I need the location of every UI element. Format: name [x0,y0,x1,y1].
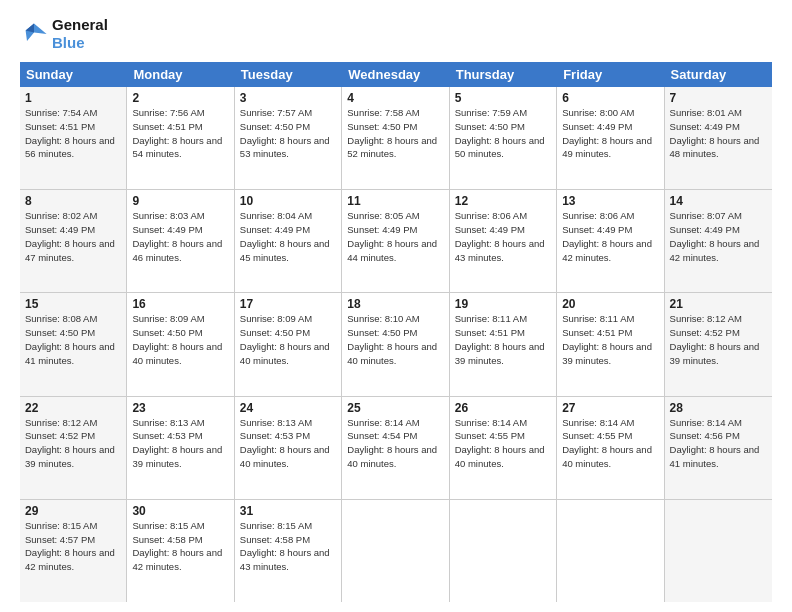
sunset-label: Sunset: 4:50 PM [347,327,417,338]
sunrise-label: Sunrise: 8:04 AM [240,210,312,221]
sunrise-label: Sunrise: 8:12 AM [25,417,97,428]
daylight-label: Daylight: 8 hours and 53 minutes. [240,135,330,160]
day-info: Sunrise: 8:14 AM Sunset: 4:55 PM Dayligh… [562,416,658,471]
daylight-label: Daylight: 8 hours and 40 minutes. [347,444,437,469]
day-number: 13 [562,194,658,208]
logo-text: General Blue [52,16,108,52]
header-day-monday: Monday [127,62,234,87]
daylight-label: Daylight: 8 hours and 43 minutes. [455,238,545,263]
empty-cell [665,500,772,602]
daylight-label: Daylight: 8 hours and 42 minutes. [670,238,760,263]
sunset-label: Sunset: 4:50 PM [240,327,310,338]
sunrise-label: Sunrise: 8:07 AM [670,210,742,221]
daylight-label: Daylight: 8 hours and 40 minutes. [240,444,330,469]
week-row-2: 8 Sunrise: 8:02 AM Sunset: 4:49 PM Dayli… [20,190,772,293]
day-number: 26 [455,401,551,415]
daylight-label: Daylight: 8 hours and 43 minutes. [240,547,330,572]
day-cell-28: 28 Sunrise: 8:14 AM Sunset: 4:56 PM Dayl… [665,397,772,499]
day-cell-13: 13 Sunrise: 8:06 AM Sunset: 4:49 PM Dayl… [557,190,664,292]
sunset-label: Sunset: 4:49 PM [455,224,525,235]
day-info: Sunrise: 8:14 AM Sunset: 4:54 PM Dayligh… [347,416,443,471]
day-cell-18: 18 Sunrise: 8:10 AM Sunset: 4:50 PM Dayl… [342,293,449,395]
day-number: 27 [562,401,658,415]
sunset-label: Sunset: 4:49 PM [240,224,310,235]
sunrise-label: Sunrise: 7:59 AM [455,107,527,118]
day-number: 8 [25,194,121,208]
day-number: 2 [132,91,228,105]
page: General Blue SundayMondayTuesdayWednesda… [0,0,792,612]
sunrise-label: Sunrise: 8:09 AM [132,313,204,324]
day-cell-21: 21 Sunrise: 8:12 AM Sunset: 4:52 PM Dayl… [665,293,772,395]
sunrise-label: Sunrise: 8:14 AM [562,417,634,428]
day-cell-20: 20 Sunrise: 8:11 AM Sunset: 4:51 PM Dayl… [557,293,664,395]
sunset-label: Sunset: 4:50 PM [240,121,310,132]
sunrise-label: Sunrise: 8:09 AM [240,313,312,324]
day-cell-16: 16 Sunrise: 8:09 AM Sunset: 4:50 PM Dayl… [127,293,234,395]
sunset-label: Sunset: 4:49 PM [25,224,95,235]
day-cell-25: 25 Sunrise: 8:14 AM Sunset: 4:54 PM Dayl… [342,397,449,499]
sunset-label: Sunset: 4:49 PM [562,224,632,235]
day-cell-26: 26 Sunrise: 8:14 AM Sunset: 4:55 PM Dayl… [450,397,557,499]
day-info: Sunrise: 7:59 AM Sunset: 4:50 PM Dayligh… [455,106,551,161]
day-cell-4: 4 Sunrise: 7:58 AM Sunset: 4:50 PM Dayli… [342,87,449,189]
daylight-label: Daylight: 8 hours and 41 minutes. [25,341,115,366]
sunrise-label: Sunrise: 7:54 AM [25,107,97,118]
sunrise-label: Sunrise: 8:15 AM [132,520,204,531]
daylight-label: Daylight: 8 hours and 42 minutes. [25,547,115,572]
day-number: 15 [25,297,121,311]
day-cell-8: 8 Sunrise: 8:02 AM Sunset: 4:49 PM Dayli… [20,190,127,292]
day-info: Sunrise: 8:13 AM Sunset: 4:53 PM Dayligh… [240,416,336,471]
sunset-label: Sunset: 4:53 PM [132,430,202,441]
sunrise-label: Sunrise: 8:10 AM [347,313,419,324]
daylight-label: Daylight: 8 hours and 44 minutes. [347,238,437,263]
daylight-label: Daylight: 8 hours and 41 minutes. [670,444,760,469]
day-info: Sunrise: 8:07 AM Sunset: 4:49 PM Dayligh… [670,209,767,264]
calendar-body: 1 Sunrise: 7:54 AM Sunset: 4:51 PM Dayli… [20,87,772,602]
sunset-label: Sunset: 4:50 PM [455,121,525,132]
day-cell-7: 7 Sunrise: 8:01 AM Sunset: 4:49 PM Dayli… [665,87,772,189]
day-number: 17 [240,297,336,311]
day-number: 30 [132,504,228,518]
day-number: 16 [132,297,228,311]
day-cell-11: 11 Sunrise: 8:05 AM Sunset: 4:49 PM Dayl… [342,190,449,292]
day-number: 11 [347,194,443,208]
day-number: 23 [132,401,228,415]
daylight-label: Daylight: 8 hours and 56 minutes. [25,135,115,160]
header-day-friday: Friday [557,62,664,87]
daylight-label: Daylight: 8 hours and 39 minutes. [132,444,222,469]
day-info: Sunrise: 8:13 AM Sunset: 4:53 PM Dayligh… [132,416,228,471]
sunset-label: Sunset: 4:50 PM [25,327,95,338]
day-number: 9 [132,194,228,208]
day-number: 19 [455,297,551,311]
day-info: Sunrise: 8:08 AM Sunset: 4:50 PM Dayligh… [25,312,121,367]
day-info: Sunrise: 8:12 AM Sunset: 4:52 PM Dayligh… [25,416,121,471]
day-number: 3 [240,91,336,105]
sunset-label: Sunset: 4:52 PM [25,430,95,441]
day-cell-14: 14 Sunrise: 8:07 AM Sunset: 4:49 PM Dayl… [665,190,772,292]
day-number: 24 [240,401,336,415]
logo-icon [20,20,48,48]
day-number: 25 [347,401,443,415]
day-number: 14 [670,194,767,208]
sunrise-label: Sunrise: 8:05 AM [347,210,419,221]
header-day-tuesday: Tuesday [235,62,342,87]
day-cell-5: 5 Sunrise: 7:59 AM Sunset: 4:50 PM Dayli… [450,87,557,189]
day-info: Sunrise: 8:01 AM Sunset: 4:49 PM Dayligh… [670,106,767,161]
sunset-label: Sunset: 4:51 PM [25,121,95,132]
day-info: Sunrise: 8:05 AM Sunset: 4:49 PM Dayligh… [347,209,443,264]
day-number: 22 [25,401,121,415]
sunset-label: Sunset: 4:49 PM [347,224,417,235]
day-info: Sunrise: 8:12 AM Sunset: 4:52 PM Dayligh… [670,312,767,367]
sunrise-label: Sunrise: 8:11 AM [562,313,634,324]
daylight-label: Daylight: 8 hours and 50 minutes. [455,135,545,160]
day-cell-17: 17 Sunrise: 8:09 AM Sunset: 4:50 PM Dayl… [235,293,342,395]
sunset-label: Sunset: 4:49 PM [562,121,632,132]
sunset-label: Sunset: 4:53 PM [240,430,310,441]
daylight-label: Daylight: 8 hours and 40 minutes. [347,341,437,366]
sunset-label: Sunset: 4:54 PM [347,430,417,441]
daylight-label: Daylight: 8 hours and 39 minutes. [25,444,115,469]
day-info: Sunrise: 8:09 AM Sunset: 4:50 PM Dayligh… [240,312,336,367]
day-cell-15: 15 Sunrise: 8:08 AM Sunset: 4:50 PM Dayl… [20,293,127,395]
sunset-label: Sunset: 4:51 PM [455,327,525,338]
day-cell-30: 30 Sunrise: 8:15 AM Sunset: 4:58 PM Dayl… [127,500,234,602]
